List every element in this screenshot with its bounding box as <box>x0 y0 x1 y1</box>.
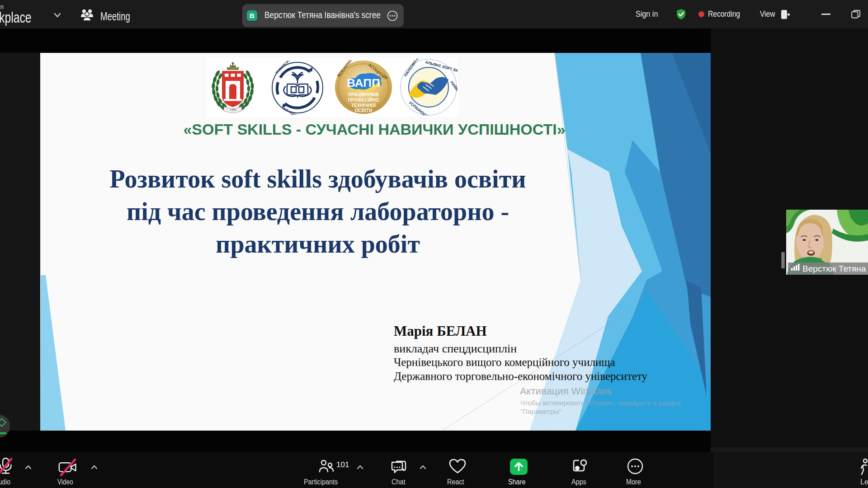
svg-text:1408: 1408 <box>230 108 236 112</box>
svg-text:ПРОФЕСІЙНО: ПРОФЕСІЙНО <box>348 97 379 103</box>
svg-text:ПРАЦІВНИКІВ: ПРАЦІВНИКІВ <box>348 92 379 97</box>
svg-text:ОСВІТИ: ОСВІТИ <box>355 108 372 113</box>
svg-text:Верстюк Тетяна: Верстюк Тетяна <box>802 264 866 273</box>
svg-text:ТЕХНІЧНОЇ: ТЕХНІЧНОЇ <box>351 103 376 108</box>
svg-text:ВАПП: ВАПП <box>347 76 380 89</box>
